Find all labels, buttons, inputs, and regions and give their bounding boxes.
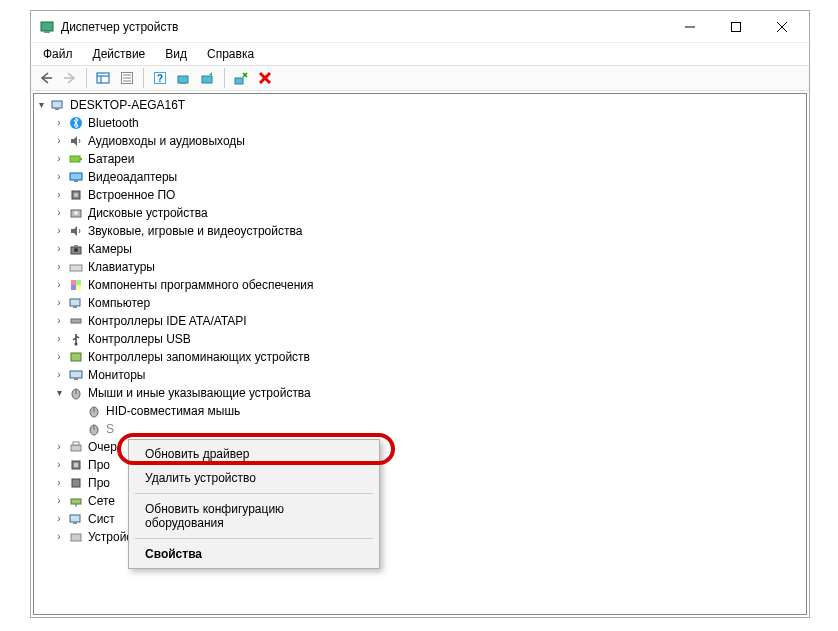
display-adapter-icon <box>68 169 84 185</box>
svg-rect-58 <box>73 442 79 445</box>
svg-rect-46 <box>71 319 81 323</box>
tree-item-usb[interactable]: ›Контроллеры USB <box>34 330 806 348</box>
tree-item-sound[interactable]: ›Звуковые, игровые и видеоустройства <box>34 222 806 240</box>
tree-item-storage[interactable]: ›Контроллеры запоминающих устройств <box>34 348 806 366</box>
svg-rect-3 <box>732 22 741 31</box>
uninstall-button[interactable] <box>230 67 252 89</box>
ide-icon <box>68 313 84 329</box>
svg-rect-57 <box>71 445 81 451</box>
tree-item-cameras[interactable]: ›Камеры <box>34 240 806 258</box>
svg-rect-60 <box>74 463 78 467</box>
tree-item-disk[interactable]: ›Дисковые устройства <box>34 204 806 222</box>
tree-item-ide[interactable]: ›Контроллеры IDE ATA/ATAPI <box>34 312 806 330</box>
cm-scan-hardware[interactable]: Обновить конфигурацию оборудования <box>131 497 377 535</box>
tree-item-firmware[interactable]: ›Встроенное ПО <box>34 186 806 204</box>
svg-rect-62 <box>71 499 81 504</box>
disk-icon <box>68 205 84 221</box>
toolbar-separator <box>143 68 144 88</box>
svg-rect-48 <box>71 353 81 361</box>
menu-help[interactable]: Справка <box>199 45 262 63</box>
svg-rect-36 <box>74 245 78 247</box>
svg-rect-50 <box>74 378 78 380</box>
speaker-icon <box>68 133 84 149</box>
svg-rect-27 <box>80 158 82 160</box>
tree-item-display[interactable]: ›Видеоадаптеры <box>34 168 806 186</box>
monitor-icon <box>68 367 84 383</box>
svg-rect-65 <box>73 522 77 524</box>
cm-properties[interactable]: Свойства <box>131 542 377 566</box>
tree-item-computer[interactable]: ›Компьютер <box>34 294 806 312</box>
properties-button[interactable] <box>116 67 138 89</box>
toolbar: ? <box>31 65 809 91</box>
svg-point-47 <box>75 343 78 346</box>
svg-rect-1 <box>44 31 50 33</box>
mouse-icon <box>68 385 84 401</box>
tree-item-batteries[interactable]: ›Батареи <box>34 150 806 168</box>
cm-update-driver[interactable]: Обновить драйвер <box>131 442 377 466</box>
security-icon <box>68 475 84 491</box>
storage-icon <box>68 349 84 365</box>
svg-rect-24 <box>55 108 59 110</box>
svg-point-31 <box>74 193 78 197</box>
show-hidden-button[interactable] <box>92 67 114 89</box>
mouse-icon <box>86 421 102 437</box>
help-button[interactable]: ? <box>149 67 171 89</box>
menu-action[interactable]: Действие <box>85 45 154 63</box>
tree-leaf-touchpad[interactable]: ·S <box>34 420 806 438</box>
forward-button[interactable] <box>59 67 81 89</box>
svg-point-33 <box>74 211 78 215</box>
menu-file[interactable]: Файл <box>35 45 81 63</box>
scan-button[interactable] <box>173 67 195 89</box>
menubar: Файл Действие Вид Справка <box>31 43 809 65</box>
component-icon <box>68 277 84 293</box>
svg-rect-0 <box>41 22 53 31</box>
tree-leaf-hid-mouse[interactable]: ·HID-совместимая мышь <box>34 402 806 420</box>
maximize-button[interactable] <box>713 12 759 42</box>
svg-rect-42 <box>71 285 76 290</box>
disable-button[interactable] <box>254 67 276 89</box>
network-icon <box>68 493 84 509</box>
tree-item-audio[interactable]: ›Аудиовходы и аудиовыходы <box>34 132 806 150</box>
close-button[interactable] <box>759 12 805 42</box>
svg-point-35 <box>74 248 78 252</box>
svg-rect-18 <box>180 83 186 84</box>
svg-rect-19 <box>202 76 212 83</box>
printer-icon <box>68 439 84 455</box>
update-driver-button[interactable] <box>197 67 219 89</box>
tree-item-bluetooth[interactable]: ›Bluetooth <box>34 114 806 132</box>
tree-item-monitors[interactable]: ›Мониторы <box>34 366 806 384</box>
svg-rect-20 <box>235 78 243 84</box>
context-menu: Обновить драйвер Удалить устройство Обно… <box>128 439 380 569</box>
keyboard-icon <box>68 259 84 275</box>
svg-text:?: ? <box>157 73 163 84</box>
svg-rect-44 <box>70 299 80 306</box>
toolbar-separator <box>86 68 87 88</box>
svg-rect-23 <box>52 101 62 108</box>
camera-icon <box>68 241 84 257</box>
context-menu-separator <box>135 493 373 494</box>
toolbar-separator <box>224 68 225 88</box>
back-button[interactable] <box>35 67 57 89</box>
tree-item-software[interactable]: ›Компоненты программного обеспечения <box>34 276 806 294</box>
context-menu-separator <box>135 538 373 539</box>
svg-rect-37 <box>70 265 82 271</box>
battery-icon <box>68 151 84 167</box>
tree-item-mice[interactable]: ▾Мыши и иные указывающие устройства <box>34 384 806 402</box>
cpu-icon <box>68 457 84 473</box>
computer-icon <box>68 295 84 311</box>
svg-rect-40 <box>71 280 76 285</box>
computer-icon <box>50 97 66 113</box>
hid-icon <box>68 529 84 545</box>
titlebar: Диспетчер устройств <box>31 11 809 43</box>
chip-icon <box>68 187 84 203</box>
minimize-button[interactable] <box>667 12 713 42</box>
tree-item-keyboards[interactable]: ›Клавиатуры <box>34 258 806 276</box>
svg-rect-26 <box>70 156 80 162</box>
cm-uninstall[interactable]: Удалить устройство <box>131 466 377 490</box>
tree-root[interactable]: ▾ DESKTOP-AEGA16T <box>34 96 806 114</box>
svg-rect-29 <box>74 180 78 182</box>
svg-rect-41 <box>76 280 81 285</box>
svg-rect-8 <box>97 73 109 83</box>
menu-view[interactable]: Вид <box>157 45 195 63</box>
svg-rect-64 <box>70 515 80 522</box>
